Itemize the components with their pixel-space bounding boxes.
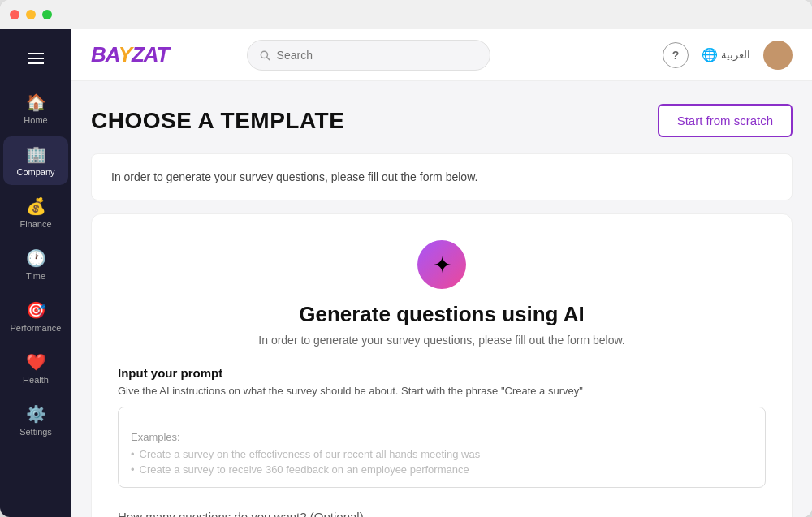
prompt-section-title: Input your prompt (118, 366, 766, 380)
svg-line-1 (266, 57, 269, 59)
hamburger-icon (28, 53, 44, 64)
sidebar-item-settings[interactable]: ⚙️ Settings (3, 396, 68, 445)
info-bar: In order to generate your survey questio… (91, 153, 793, 200)
how-many-title: How many questions do you want? (Optiona… (118, 510, 766, 517)
info-bar-text: In order to generate your survey questio… (111, 170, 477, 183)
search-icon (259, 50, 270, 61)
avatar[interactable] (763, 41, 793, 70)
prompt-section-desc: Give the AI instructions on what the sur… (118, 385, 766, 397)
minimize-dot[interactable] (26, 10, 36, 19)
sidebar-item-time[interactable]: 🕐 Time (3, 240, 68, 289)
example-text-2: Create a survey to receive 360 feedback … (140, 463, 469, 476)
brand-logo: BAYZAT (91, 42, 169, 67)
hamburger-menu[interactable] (19, 42, 52, 75)
main-area: BAYZAT ? 🌐 العربية (71, 29, 812, 517)
bullet-icon-2: • (131, 463, 135, 476)
ai-icon-wrap: ✦ (118, 240, 766, 289)
health-icon: ❤️ (26, 352, 46, 372)
close-dot[interactable] (10, 10, 19, 19)
prompt-textarea[interactable] (118, 407, 766, 488)
how-many-title-text: How many questions do you want? (118, 510, 307, 517)
maximize-dot[interactable] (42, 10, 52, 19)
sidebar: 🏠 Home 🏢 Company 💰 Finance 🕐 Time 🎯 Perf… (0, 29, 71, 517)
example-text-1: Create a survey on the effectiveness of … (140, 448, 481, 460)
sidebar-item-company-label: Company (16, 167, 54, 177)
sidebar-item-finance-label: Finance (19, 219, 51, 229)
language-label: العربية (721, 49, 750, 61)
nav-right: ? 🌐 العربية (663, 41, 793, 70)
page-title: CHOOSE A TEMPLATE (91, 108, 344, 134)
performance-icon: 🎯 (26, 300, 46, 320)
company-icon: 🏢 (26, 144, 46, 164)
app-layout: 🏠 Home 🏢 Company 💰 Finance 🕐 Time 🎯 Perf… (0, 29, 812, 517)
home-icon: 🏠 (26, 93, 46, 112)
sidebar-item-time-label: Time (26, 271, 45, 281)
help-button[interactable]: ? (663, 42, 689, 68)
sidebar-item-performance[interactable]: 🎯 Performance (3, 292, 68, 341)
how-many-optional: (Optional) (310, 510, 364, 517)
sidebar-item-company[interactable]: 🏢 Company (3, 136, 68, 185)
settings-icon: ⚙️ (26, 404, 46, 424)
bullet-icon: • (131, 448, 135, 460)
app-window: 🏠 Home 🏢 Company 💰 Finance 🕐 Time 🎯 Perf… (0, 0, 812, 517)
content-area: CHOOSE A TEMPLATE Start from scratch In … (71, 81, 812, 517)
search-bar[interactable] (247, 40, 490, 71)
language-switcher[interactable]: 🌐 العربية (702, 47, 750, 62)
sidebar-item-health-label: Health (23, 375, 49, 385)
page-header: CHOOSE A TEMPLATE Start from scratch (91, 104, 793, 137)
sidebar-item-health[interactable]: ❤️ Health (3, 344, 68, 393)
ai-sparkle-icon: ✦ (417, 240, 466, 289)
ai-card-title: Generate questions using AI (118, 302, 766, 327)
ai-card-subtitle: In order to generate your survey questio… (118, 334, 766, 347)
sidebar-item-settings-label: Settings (19, 427, 52, 437)
start-from-scratch-button[interactable]: Start from scratch (658, 104, 793, 137)
search-input[interactable] (277, 49, 478, 62)
sidebar-item-home[interactable]: 🏠 Home (3, 84, 68, 133)
time-icon: 🕐 (26, 248, 46, 268)
navbar: BAYZAT ? 🌐 العربية (71, 29, 812, 81)
globe-icon: 🌐 (702, 47, 718, 62)
finance-icon: 💰 (26, 196, 46, 216)
sidebar-item-performance-label: Performance (11, 323, 62, 333)
sidebar-item-finance[interactable]: 💰 Finance (3, 188, 68, 237)
sidebar-item-home-label: Home (24, 115, 47, 125)
ai-card: ✦ Generate questions using AI In order t… (91, 213, 793, 517)
titlebar (0, 0, 812, 29)
